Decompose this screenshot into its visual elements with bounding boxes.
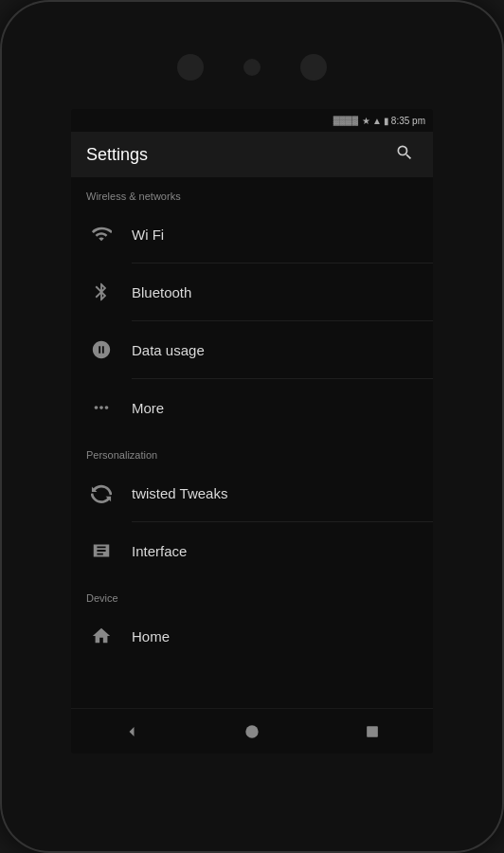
settings-item-home[interactable]: Home [71,608,433,664]
settings-list: Wireless & networks Wi Fi Bluetoot [71,177,433,708]
section-header-device: Device [71,579,433,608]
home-nav-button[interactable] [235,715,269,749]
back-button[interactable] [115,715,149,749]
wifi-label: Wi Fi [132,227,164,243]
bluetooth-label: Bluetooth [132,284,191,300]
tweaks-icon [86,478,117,508]
home-label: Home [132,628,170,644]
nav-bar [71,708,433,753]
data-usage-label: Data usage [132,342,205,358]
wifi-icon [86,219,117,249]
settings-item-bluetooth[interactable]: Bluetooth [71,263,433,320]
svg-rect-1 [367,726,378,737]
wifi-status-icon: ▲ [372,116,382,126]
settings-item-twisted-tweaks[interactable]: twisted Tweaks [71,464,433,521]
status-bar: ▓▓▓▓ ★ ▲ ▮ 8:35 pm [71,109,433,132]
search-button[interactable] [391,139,418,171]
status-icons: ▓▓▓▓ ★ ▲ ▮ 8:35 pm [333,116,425,126]
app-bar: Settings [71,132,433,177]
battery-icon: ▮ [384,116,389,126]
section-header-personalization: Personalization [71,436,433,464]
settings-item-wifi[interactable]: Wi Fi [71,206,433,263]
star-icon: ★ [362,116,370,126]
screen: ▓▓▓▓ ★ ▲ ▮ 8:35 pm Settings Wireless & n… [71,109,433,753]
data-usage-icon [86,335,117,365]
bluetooth-icon [86,277,117,307]
more-label: More [132,400,164,416]
signal-icon: ▓▓▓▓ [333,116,358,125]
page-title: Settings [86,145,148,165]
settings-item-interface[interactable]: Interface [71,522,433,579]
time-display: 8:35 pm [391,116,425,126]
home-icon [86,621,117,651]
interface-icon [86,535,117,566]
recents-button[interactable] [355,715,389,749]
section-header-wireless: Wireless & networks [71,177,433,206]
settings-item-data-usage[interactable]: Data usage [71,321,433,378]
phone-frame: ▓▓▓▓ ★ ▲ ▮ 8:35 pm Settings Wireless & n… [0,0,504,853]
svg-point-0 [245,725,258,737]
twisted-tweaks-label: twisted Tweaks [132,485,227,501]
settings-item-more[interactable]: More [71,379,433,436]
more-icon [86,392,117,423]
interface-label: Interface [132,543,187,559]
